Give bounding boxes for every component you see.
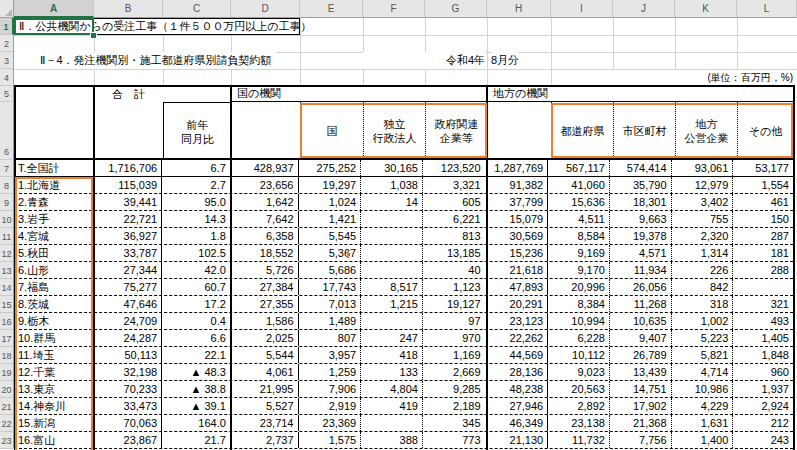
value-cell[interactable]: 3,402 [672, 194, 734, 210]
column-header-b[interactable]: B [94, 0, 163, 18]
value-cell[interactable]: 33,473 [94, 398, 163, 414]
value-cell[interactable]: 18,301 [610, 194, 672, 210]
column-header-a[interactable]: A [14, 0, 94, 18]
value-cell[interactable]: 14 [361, 194, 423, 210]
value-cell[interactable]: 46,349 [485, 415, 549, 431]
value-cell[interactable] [361, 228, 423, 244]
value-cell[interactable]: 493 [733, 313, 793, 329]
value-cell[interactable]: 9,023 [548, 364, 610, 380]
value-cell[interactable]: 44,569 [485, 347, 549, 363]
value-cell[interactable]: 22.1 [162, 347, 230, 363]
value-cell[interactable]: 24,287 [94, 330, 163, 346]
value-cell[interactable]: 26,056 [610, 279, 672, 295]
value-cell[interactable]: 24,709 [94, 313, 163, 329]
value-cell[interactable]: 7,756 [610, 432, 672, 448]
value-cell[interactable]: 2.7 [162, 177, 230, 193]
value-cell[interactable]: 10,986 [672, 381, 734, 397]
value-cell[interactable] [361, 245, 423, 261]
value-cell[interactable]: 41,060 [548, 177, 610, 193]
value-cell[interactable]: 19,297 [299, 177, 362, 193]
value-cell[interactable]: 6,221 [423, 211, 485, 227]
value-cell[interactable]: 4,061 [230, 364, 299, 380]
value-cell[interactable]: 27,384 [230, 279, 299, 295]
value-cell[interactable]: 567,117 [548, 160, 610, 176]
value-cell[interactable]: 15,236 [485, 245, 549, 261]
column-header-h[interactable]: H [487, 0, 551, 18]
value-cell[interactable]: 813 [423, 228, 485, 244]
value-cell[interactable]: 7,642 [230, 211, 299, 227]
value-cell[interactable]: 11,732 [548, 432, 610, 448]
value-cell[interactable]: 150 [733, 211, 793, 227]
row-header-15[interactable]: 15 [0, 296, 14, 313]
select-all-corner[interactable] [0, 0, 14, 18]
value-cell[interactable]: 11,268 [610, 296, 672, 312]
value-cell[interactable]: 755 [672, 211, 734, 227]
row-header-4[interactable]: 4 [0, 69, 14, 86]
value-cell[interactable]: 6,228 [548, 330, 610, 346]
value-cell[interactable]: 26,789 [610, 347, 672, 363]
value-cell[interactable]: 20,291 [485, 296, 549, 312]
row-header-3[interactable]: 3 [0, 52, 14, 69]
value-cell[interactable]: 14.3 [162, 211, 230, 227]
value-cell[interactable]: 321 [733, 296, 793, 312]
value-cell[interactable]: 970 [423, 330, 485, 346]
value-cell[interactable]: 2,320 [672, 228, 734, 244]
value-cell[interactable]: 27,946 [485, 398, 549, 414]
row-label[interactable]: T.全国計 [14, 160, 94, 176]
value-cell[interactable]: 10,994 [548, 313, 610, 329]
column-header-j[interactable]: J [613, 0, 675, 18]
value-cell[interactable]: 22,262 [485, 330, 549, 346]
fill-handle[interactable] [90, 32, 97, 39]
value-cell[interactable]: 115,039 [94, 177, 163, 193]
value-cell[interactable]: 1,287,769 [485, 160, 549, 176]
value-cell[interactable]: 181 [733, 245, 793, 261]
value-cell[interactable]: 0.4 [162, 313, 230, 329]
row-header-13[interactable]: 13 [0, 262, 14, 279]
value-cell[interactable]: 226 [672, 262, 734, 278]
value-cell[interactable]: 27,355 [230, 296, 299, 312]
row-header-12[interactable]: 12 [0, 245, 14, 262]
value-cell[interactable]: 39,441 [94, 194, 163, 210]
value-cell[interactable]: 1.8 [162, 228, 230, 244]
value-cell[interactable]: 15,636 [548, 194, 610, 210]
value-cell[interactable]: 40 [423, 262, 485, 278]
value-cell[interactable]: 10,635 [610, 313, 672, 329]
value-cell[interactable]: ▲ 48.3 [162, 364, 230, 380]
value-cell[interactable]: 15,079 [485, 211, 549, 227]
value-cell[interactable]: 13,185 [423, 245, 485, 261]
value-cell[interactable]: 6,358 [230, 228, 299, 244]
row-header-19[interactable]: 19 [0, 364, 14, 381]
value-cell[interactable]: 5,821 [672, 347, 734, 363]
value-cell[interactable]: 2,189 [423, 398, 485, 414]
value-cell[interactable]: 164.0 [162, 415, 230, 431]
value-cell[interactable]: 1,586 [230, 313, 299, 329]
column-header-f[interactable]: F [363, 0, 425, 18]
value-cell[interactable]: 842 [672, 279, 734, 295]
row-header-23[interactable]: 23 [0, 432, 14, 449]
value-cell[interactable]: 807 [299, 330, 362, 346]
row-header-2[interactable]: 2 [0, 35, 14, 52]
value-cell[interactable]: 17,743 [299, 279, 362, 295]
column-header-e[interactable]: E [300, 0, 363, 18]
value-cell[interactable]: 2,025 [230, 330, 299, 346]
value-cell[interactable]: 7,013 [299, 296, 362, 312]
row-header-9[interactable]: 9 [0, 194, 14, 211]
value-cell[interactable]: 42.0 [162, 262, 230, 278]
value-cell[interactable]: 133 [361, 364, 423, 380]
value-cell[interactable]: 50,113 [94, 347, 163, 363]
value-cell[interactable] [361, 313, 423, 329]
header-national-spacer[interactable] [231, 102, 300, 160]
value-cell[interactable]: 3,957 [299, 347, 362, 363]
value-cell[interactable]: 70,233 [94, 381, 163, 397]
value-cell[interactable]: 345 [423, 415, 485, 431]
value-cell[interactable]: 461 [733, 194, 793, 210]
value-cell[interactable]: 97 [423, 313, 485, 329]
value-cell[interactable]: 20,563 [548, 381, 610, 397]
value-cell[interactable]: 8,584 [548, 228, 610, 244]
value-cell[interactable]: 1,405 [733, 330, 793, 346]
value-cell[interactable]: 95.0 [162, 194, 230, 210]
row-header-8[interactable]: 8 [0, 177, 14, 194]
value-cell[interactable]: 12,979 [672, 177, 734, 193]
value-cell[interactable]: 5,367 [299, 245, 362, 261]
value-cell[interactable]: 1,400 [672, 432, 734, 448]
